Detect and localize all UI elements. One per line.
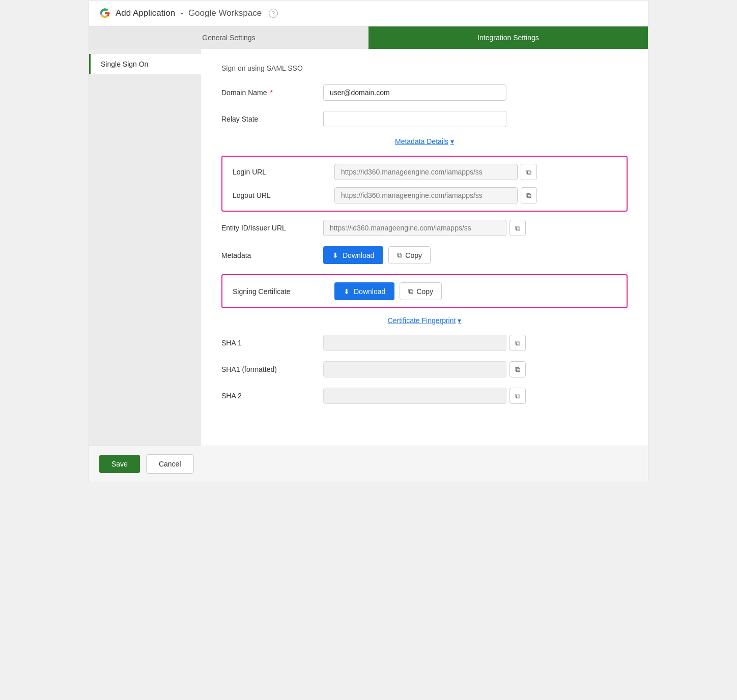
login-logout-highlight-box: Login URL ⧉ Logout URL ⧉	[221, 156, 628, 212]
domain-name-row: Domain Name *	[221, 84, 628, 101]
relay-state-label: Relay State	[221, 115, 323, 123]
sha2-copy-button[interactable]: ⧉	[509, 388, 526, 404]
required-star: *	[270, 89, 272, 97]
step-integration-settings[interactable]: Integration Settings	[368, 26, 648, 49]
chevron-down-icon	[450, 137, 454, 145]
download-icon: ⬇	[344, 287, 350, 296]
entity-id-label: Entity ID/Issuer URL	[221, 224, 323, 232]
logout-url-row: Logout URL ⧉	[233, 187, 616, 203]
sha1-formatted-label: SHA1 (formatted)	[221, 365, 323, 373]
sha2-label: SHA 2	[221, 392, 323, 400]
entity-id-input-group: ⧉	[323, 220, 526, 236]
entity-id-input	[323, 220, 506, 236]
signing-cert-copy-button[interactable]: ⧉ Copy	[400, 282, 442, 300]
help-icon[interactable]: ?	[269, 9, 278, 18]
copy-icon: ⧉	[397, 251, 402, 259]
google-logo-icon	[99, 8, 110, 19]
metadata-label: Metadata	[221, 251, 323, 259]
page-title: Add Application	[116, 8, 175, 18]
relay-state-input[interactable]	[323, 111, 506, 127]
metadata-action-buttons: ⬇ Download ⧉ Copy	[323, 246, 431, 264]
copy-icon: ⧉	[515, 392, 520, 400]
page-container: Add Application - Google Workspace ? Gen…	[89, 0, 648, 482]
copy-icon: ⧉	[526, 168, 531, 177]
domain-name-label: Domain Name *	[221, 89, 323, 97]
app-name: Google Workspace	[188, 8, 262, 18]
cancel-button[interactable]: Cancel	[146, 454, 194, 474]
section-title: Sign on using SAML SSO	[221, 64, 628, 72]
signing-cert-download-button[interactable]: ⬇ Download	[334, 282, 394, 300]
logout-url-input-group: ⧉	[334, 187, 537, 203]
copy-icon: ⧉	[515, 365, 520, 374]
sha1-input	[323, 335, 506, 351]
sidebar-item-sso[interactable]: Single Sign On	[89, 54, 201, 74]
metadata-row: Metadata ⬇ Download ⧉ Copy	[221, 246, 628, 264]
login-url-copy-button[interactable]: ⧉	[521, 164, 537, 180]
logout-url-label: Logout URL	[233, 191, 334, 199]
sha1-row: SHA 1 ⧉	[221, 335, 628, 351]
metadata-copy-button[interactable]: ⧉ Copy	[388, 246, 431, 264]
step-general-settings[interactable]: General Settings	[89, 26, 368, 49]
sidebar: Single Sign On	[89, 49, 201, 446]
copy-icon: ⧉	[408, 287, 413, 296]
sha1-label: SHA 1	[221, 339, 323, 347]
save-button[interactable]: Save	[99, 455, 140, 473]
copy-icon: ⧉	[515, 224, 520, 232]
login-url-input	[334, 164, 518, 180]
entity-id-copy-button[interactable]: ⧉	[509, 220, 526, 236]
download-icon: ⬇	[332, 251, 338, 259]
login-url-input-group: ⧉	[334, 164, 537, 180]
main-content: Single Sign On Sign on using SAML SSO Do…	[89, 49, 648, 446]
header: Add Application - Google Workspace ?	[89, 1, 648, 26]
sha1-formatted-copy-button[interactable]: ⧉	[509, 361, 526, 377]
copy-icon: ⧉	[515, 339, 520, 347]
signing-cert-label: Signing Certificate	[233, 287, 334, 296]
chevron-down-icon	[458, 316, 461, 325]
form-area: Sign on using SAML SSO Domain Name * Rel…	[201, 49, 648, 446]
login-url-label: Login URL	[233, 168, 334, 176]
sha1-copy-button[interactable]: ⧉	[509, 335, 526, 351]
sha1-formatted-input-group: ⧉	[323, 361, 526, 377]
header-dash: -	[180, 8, 183, 18]
sha1-input-group: ⧉	[323, 335, 526, 351]
footer: Save Cancel	[89, 446, 648, 482]
signing-cert-highlight-box: Signing Certificate ⬇ Download ⧉ Copy	[221, 274, 628, 308]
metadata-download-button[interactable]: ⬇ Download	[323, 246, 383, 264]
login-url-row: Login URL ⧉	[233, 164, 616, 180]
signing-cert-action-buttons: ⬇ Download ⧉ Copy	[334, 282, 442, 300]
sha1-formatted-input	[323, 361, 506, 377]
sha2-row: SHA 2 ⧉	[221, 388, 628, 404]
domain-name-input[interactable]	[323, 84, 506, 101]
metadata-details-link[interactable]: Metadata Details	[221, 137, 628, 145]
sha2-input-group: ⧉	[323, 388, 526, 404]
steps-bar: General Settings Integration Settings	[89, 26, 648, 49]
logout-url-input	[334, 187, 518, 203]
logout-url-copy-button[interactable]: ⧉	[521, 187, 537, 203]
entity-id-row: Entity ID/Issuer URL ⧉	[221, 220, 628, 236]
sha2-input	[323, 388, 506, 404]
sha1-formatted-row: SHA1 (formatted) ⧉	[221, 361, 628, 377]
copy-icon: ⧉	[526, 191, 531, 200]
relay-state-row: Relay State	[221, 111, 628, 127]
cert-fingerprint-link[interactable]: Certificate Fingerprint	[221, 316, 628, 325]
